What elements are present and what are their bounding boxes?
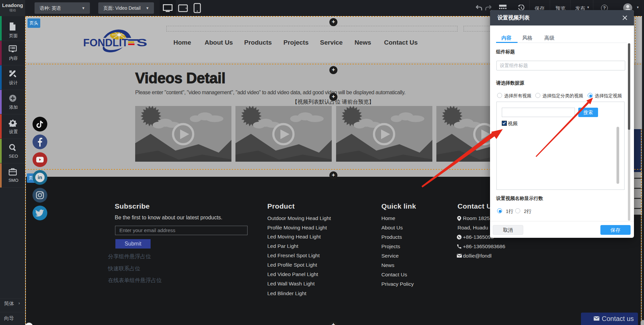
svg-text:FONDLIT: FONDLIT xyxy=(83,37,128,49)
svg-text:S: S xyxy=(137,37,147,49)
